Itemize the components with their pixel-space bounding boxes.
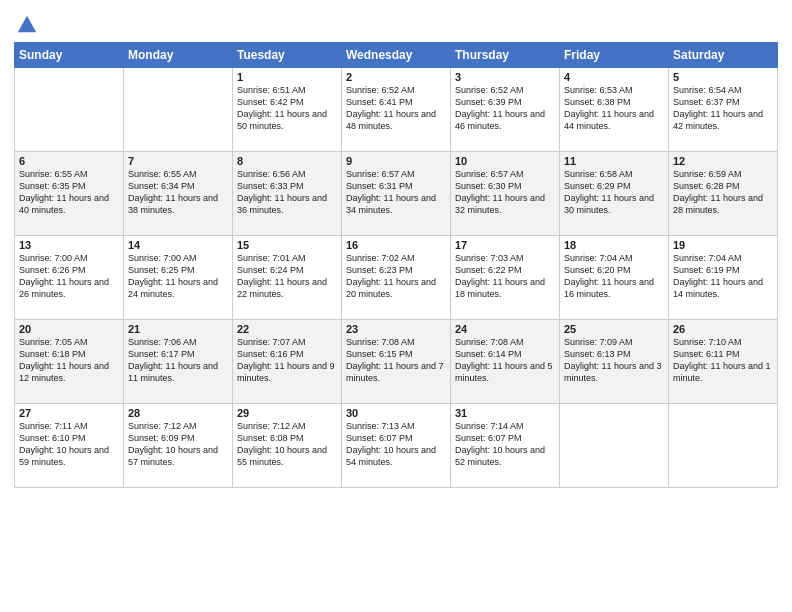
calendar-cell: 8Sunrise: 6:56 AM Sunset: 6:33 PM Daylig…: [233, 152, 342, 236]
day-info: Sunrise: 6:55 AM Sunset: 6:35 PM Dayligh…: [19, 168, 119, 217]
day-info: Sunrise: 7:05 AM Sunset: 6:18 PM Dayligh…: [19, 336, 119, 385]
day-info: Sunrise: 6:53 AM Sunset: 6:38 PM Dayligh…: [564, 84, 664, 133]
calendar-cell: 1Sunrise: 6:51 AM Sunset: 6:42 PM Daylig…: [233, 68, 342, 152]
day-info: Sunrise: 7:14 AM Sunset: 6:07 PM Dayligh…: [455, 420, 555, 469]
calendar-cell: 9Sunrise: 6:57 AM Sunset: 6:31 PM Daylig…: [342, 152, 451, 236]
day-info: Sunrise: 6:52 AM Sunset: 6:39 PM Dayligh…: [455, 84, 555, 133]
day-number: 30: [346, 407, 446, 419]
weekday-header-monday: Monday: [124, 43, 233, 68]
day-number: 2: [346, 71, 446, 83]
day-number: 11: [564, 155, 664, 167]
day-info: Sunrise: 7:04 AM Sunset: 6:20 PM Dayligh…: [564, 252, 664, 301]
day-info: Sunrise: 7:11 AM Sunset: 6:10 PM Dayligh…: [19, 420, 119, 469]
day-number: 9: [346, 155, 446, 167]
calendar-cell: 13Sunrise: 7:00 AM Sunset: 6:26 PM Dayli…: [15, 236, 124, 320]
weekday-header-saturday: Saturday: [669, 43, 778, 68]
day-info: Sunrise: 6:54 AM Sunset: 6:37 PM Dayligh…: [673, 84, 773, 133]
day-info: Sunrise: 7:01 AM Sunset: 6:24 PM Dayligh…: [237, 252, 337, 301]
calendar-cell: 27Sunrise: 7:11 AM Sunset: 6:10 PM Dayli…: [15, 404, 124, 488]
week-row-2: 6Sunrise: 6:55 AM Sunset: 6:35 PM Daylig…: [15, 152, 778, 236]
calendar-cell: 14Sunrise: 7:00 AM Sunset: 6:25 PM Dayli…: [124, 236, 233, 320]
day-number: 5: [673, 71, 773, 83]
day-number: 17: [455, 239, 555, 251]
day-info: Sunrise: 6:56 AM Sunset: 6:33 PM Dayligh…: [237, 168, 337, 217]
day-number: 10: [455, 155, 555, 167]
calendar-cell: 21Sunrise: 7:06 AM Sunset: 6:17 PM Dayli…: [124, 320, 233, 404]
calendar-cell: 18Sunrise: 7:04 AM Sunset: 6:20 PM Dayli…: [560, 236, 669, 320]
day-number: 6: [19, 155, 119, 167]
calendar-cell: 25Sunrise: 7:09 AM Sunset: 6:13 PM Dayli…: [560, 320, 669, 404]
day-number: 23: [346, 323, 446, 335]
calendar-cell: 23Sunrise: 7:08 AM Sunset: 6:15 PM Dayli…: [342, 320, 451, 404]
logo-icon: [16, 14, 38, 36]
calendar-cell: 20Sunrise: 7:05 AM Sunset: 6:18 PM Dayli…: [15, 320, 124, 404]
day-info: Sunrise: 6:57 AM Sunset: 6:30 PM Dayligh…: [455, 168, 555, 217]
day-number: 22: [237, 323, 337, 335]
day-number: 15: [237, 239, 337, 251]
weekday-header-row: SundayMondayTuesdayWednesdayThursdayFrid…: [15, 43, 778, 68]
weekday-header-tuesday: Tuesday: [233, 43, 342, 68]
day-info: Sunrise: 7:12 AM Sunset: 6:09 PM Dayligh…: [128, 420, 228, 469]
day-info: Sunrise: 7:04 AM Sunset: 6:19 PM Dayligh…: [673, 252, 773, 301]
calendar-cell: 2Sunrise: 6:52 AM Sunset: 6:41 PM Daylig…: [342, 68, 451, 152]
day-info: Sunrise: 7:13 AM Sunset: 6:07 PM Dayligh…: [346, 420, 446, 469]
calendar-cell: 10Sunrise: 6:57 AM Sunset: 6:30 PM Dayli…: [451, 152, 560, 236]
day-number: 25: [564, 323, 664, 335]
day-info: Sunrise: 7:12 AM Sunset: 6:08 PM Dayligh…: [237, 420, 337, 469]
day-info: Sunrise: 6:52 AM Sunset: 6:41 PM Dayligh…: [346, 84, 446, 133]
weekday-header-wednesday: Wednesday: [342, 43, 451, 68]
calendar-cell: 6Sunrise: 6:55 AM Sunset: 6:35 PM Daylig…: [15, 152, 124, 236]
calendar-cell: [124, 68, 233, 152]
day-info: Sunrise: 7:07 AM Sunset: 6:16 PM Dayligh…: [237, 336, 337, 385]
week-row-5: 27Sunrise: 7:11 AM Sunset: 6:10 PM Dayli…: [15, 404, 778, 488]
day-number: 13: [19, 239, 119, 251]
day-number: 27: [19, 407, 119, 419]
calendar-cell: 4Sunrise: 6:53 AM Sunset: 6:38 PM Daylig…: [560, 68, 669, 152]
calendar-cell: 26Sunrise: 7:10 AM Sunset: 6:11 PM Dayli…: [669, 320, 778, 404]
calendar-cell: 7Sunrise: 6:55 AM Sunset: 6:34 PM Daylig…: [124, 152, 233, 236]
calendar-cell: 24Sunrise: 7:08 AM Sunset: 6:14 PM Dayli…: [451, 320, 560, 404]
calendar-cell: 12Sunrise: 6:59 AM Sunset: 6:28 PM Dayli…: [669, 152, 778, 236]
logo: [14, 14, 38, 36]
calendar-cell: 17Sunrise: 7:03 AM Sunset: 6:22 PM Dayli…: [451, 236, 560, 320]
day-number: 26: [673, 323, 773, 335]
day-number: 14: [128, 239, 228, 251]
day-info: Sunrise: 7:00 AM Sunset: 6:25 PM Dayligh…: [128, 252, 228, 301]
day-number: 31: [455, 407, 555, 419]
weekday-header-thursday: Thursday: [451, 43, 560, 68]
calendar-cell: [560, 404, 669, 488]
day-info: Sunrise: 7:10 AM Sunset: 6:11 PM Dayligh…: [673, 336, 773, 385]
calendar: SundayMondayTuesdayWednesdayThursdayFrid…: [14, 42, 778, 488]
calendar-cell: [669, 404, 778, 488]
day-number: 18: [564, 239, 664, 251]
week-row-3: 13Sunrise: 7:00 AM Sunset: 6:26 PM Dayli…: [15, 236, 778, 320]
day-number: 19: [673, 239, 773, 251]
week-row-1: 1Sunrise: 6:51 AM Sunset: 6:42 PM Daylig…: [15, 68, 778, 152]
day-info: Sunrise: 7:00 AM Sunset: 6:26 PM Dayligh…: [19, 252, 119, 301]
calendar-cell: 15Sunrise: 7:01 AM Sunset: 6:24 PM Dayli…: [233, 236, 342, 320]
calendar-cell: 11Sunrise: 6:58 AM Sunset: 6:29 PM Dayli…: [560, 152, 669, 236]
weekday-header-friday: Friday: [560, 43, 669, 68]
day-number: 4: [564, 71, 664, 83]
day-info: Sunrise: 7:03 AM Sunset: 6:22 PM Dayligh…: [455, 252, 555, 301]
day-info: Sunrise: 7:08 AM Sunset: 6:15 PM Dayligh…: [346, 336, 446, 385]
day-number: 8: [237, 155, 337, 167]
calendar-cell: 22Sunrise: 7:07 AM Sunset: 6:16 PM Dayli…: [233, 320, 342, 404]
calendar-cell: 28Sunrise: 7:12 AM Sunset: 6:09 PM Dayli…: [124, 404, 233, 488]
svg-marker-0: [18, 16, 36, 33]
day-info: Sunrise: 6:59 AM Sunset: 6:28 PM Dayligh…: [673, 168, 773, 217]
day-number: 12: [673, 155, 773, 167]
day-info: Sunrise: 7:08 AM Sunset: 6:14 PM Dayligh…: [455, 336, 555, 385]
day-info: Sunrise: 7:09 AM Sunset: 6:13 PM Dayligh…: [564, 336, 664, 385]
day-number: 21: [128, 323, 228, 335]
calendar-cell: [15, 68, 124, 152]
day-info: Sunrise: 7:06 AM Sunset: 6:17 PM Dayligh…: [128, 336, 228, 385]
day-info: Sunrise: 6:57 AM Sunset: 6:31 PM Dayligh…: [346, 168, 446, 217]
day-number: 3: [455, 71, 555, 83]
calendar-cell: 16Sunrise: 7:02 AM Sunset: 6:23 PM Dayli…: [342, 236, 451, 320]
day-number: 16: [346, 239, 446, 251]
calendar-cell: 29Sunrise: 7:12 AM Sunset: 6:08 PM Dayli…: [233, 404, 342, 488]
week-row-4: 20Sunrise: 7:05 AM Sunset: 6:18 PM Dayli…: [15, 320, 778, 404]
calendar-cell: 19Sunrise: 7:04 AM Sunset: 6:19 PM Dayli…: [669, 236, 778, 320]
day-info: Sunrise: 6:51 AM Sunset: 6:42 PM Dayligh…: [237, 84, 337, 133]
